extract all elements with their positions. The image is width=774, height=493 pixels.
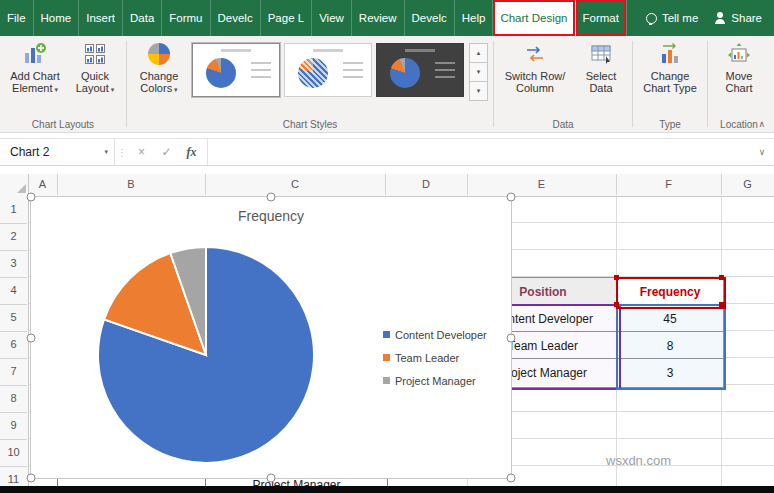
tab-home[interactable]: Home bbox=[34, 0, 80, 36]
legend-item[interactable]: Team Leader bbox=[383, 346, 487, 369]
formula-bar-expand-icon[interactable]: ∨ bbox=[750, 139, 774, 165]
column-header-b[interactable]: B bbox=[57, 174, 206, 195]
bottom-black-bar bbox=[0, 486, 774, 493]
formula-input[interactable] bbox=[207, 139, 750, 165]
cell-frequency-row-3[interactable]: 3 bbox=[616, 358, 724, 388]
column-headers: ABCDEFG bbox=[0, 174, 774, 197]
row-header-6[interactable]: 6 bbox=[0, 331, 27, 359]
group-label-type: Type bbox=[636, 117, 704, 132]
switch-row-column-button[interactable]: Switch Row/ Column bbox=[497, 38, 573, 94]
watermark: wsxdn.com bbox=[606, 453, 671, 468]
selection-handle[interactable] bbox=[719, 275, 724, 280]
cancel-button[interactable]: × bbox=[129, 139, 154, 165]
chart-resize-handle[interactable] bbox=[27, 193, 36, 202]
tab-page-l[interactable]: Page L bbox=[261, 0, 312, 36]
row-header-7[interactable]: 7 bbox=[0, 358, 27, 386]
row-header-4[interactable]: 4 bbox=[0, 277, 27, 305]
legend-label: Team Leader bbox=[395, 352, 459, 364]
pie-chart[interactable] bbox=[94, 243, 318, 467]
change-chart-type-icon bbox=[658, 41, 682, 67]
cell-frequency-row-1[interactable]: 45 bbox=[616, 304, 724, 334]
name-box[interactable]: Chart 2 ▾ bbox=[0, 139, 115, 165]
legend-item[interactable]: Content Developer bbox=[383, 323, 487, 346]
chart-resize-handle[interactable] bbox=[27, 474, 36, 483]
legend-item[interactable]: Project Manager bbox=[383, 369, 487, 392]
add-chart-element-button[interactable]: Add Chart Element bbox=[3, 38, 67, 96]
tab-help[interactable]: Help bbox=[455, 0, 494, 36]
selection-handle[interactable] bbox=[614, 302, 619, 307]
row-header-3[interactable]: 3 bbox=[0, 250, 27, 278]
tab-data[interactable]: Data bbox=[123, 0, 162, 36]
row-header-10[interactable]: 10 bbox=[0, 439, 27, 467]
share-label: Share bbox=[731, 12, 762, 24]
chart-resize-handle[interactable] bbox=[507, 333, 516, 342]
quick-layout-button[interactable]: Quick Layout bbox=[67, 38, 123, 96]
chart-legend[interactable]: Content DeveloperTeam LeaderProject Mana… bbox=[383, 323, 487, 392]
change-colors-label: Change Colors bbox=[130, 70, 188, 96]
chart-resize-handle[interactable] bbox=[267, 474, 276, 483]
column-header-f[interactable]: F bbox=[616, 174, 722, 195]
title-bar: FileHomeInsertDataFormuDevelcPage LViewR… bbox=[0, 0, 774, 36]
column-header-c[interactable]: C bbox=[205, 174, 386, 195]
thumb-legend-lines bbox=[343, 62, 363, 78]
row-header-2[interactable]: 2 bbox=[0, 223, 27, 251]
chart-resize-handle[interactable] bbox=[507, 474, 516, 483]
tab-insert[interactable]: Insert bbox=[79, 0, 123, 36]
column-header-g[interactable]: G bbox=[721, 174, 774, 195]
tell-me-button[interactable]: Tell me bbox=[646, 12, 698, 24]
column-header-d[interactable]: D bbox=[385, 174, 468, 195]
chart-title[interactable]: Frequency bbox=[31, 208, 511, 224]
tab-view[interactable]: View bbox=[312, 0, 352, 36]
chart-resize-handle[interactable] bbox=[267, 193, 276, 202]
tab-formu[interactable]: Formu bbox=[162, 0, 210, 36]
row-header-5[interactable]: 5 bbox=[0, 304, 27, 332]
move-chart-icon bbox=[727, 41, 751, 67]
tab-develc[interactable]: Develc bbox=[211, 0, 261, 36]
chart-object[interactable]: Frequency Content DeveloperTeam LeaderPr… bbox=[30, 196, 512, 479]
gallery-more-button[interactable]: ▾ bbox=[469, 81, 488, 101]
change-colors-button[interactable]: Change Colors bbox=[130, 38, 188, 96]
ribbon: Add Chart Element bbox=[0, 36, 774, 133]
group-chart-layouts: Add Chart Element bbox=[0, 36, 126, 132]
tab-develc[interactable]: Develc bbox=[405, 0, 455, 36]
move-chart-label: Move Chart bbox=[711, 70, 767, 94]
row-header-9[interactable]: 9 bbox=[0, 412, 27, 440]
formula-bar: Chart 2 ▾ ⋮ × ✓ fx ∨ bbox=[0, 138, 774, 166]
chart-style-3[interactable] bbox=[376, 43, 464, 97]
quick-layout-icon bbox=[83, 41, 107, 67]
gallery-down-button[interactable]: ▾ bbox=[469, 62, 488, 82]
selection-handle[interactable] bbox=[719, 302, 724, 307]
insert-function-button[interactable]: fx bbox=[179, 139, 204, 165]
chart-resize-handle[interactable] bbox=[27, 333, 36, 342]
select-all-corner[interactable] bbox=[0, 174, 29, 195]
group-chart-styles: Change Colors bbox=[127, 36, 493, 132]
thumb-pie-icon bbox=[206, 58, 236, 88]
row-header-8[interactable]: 8 bbox=[0, 385, 27, 413]
select-data-label: Select Data bbox=[573, 70, 629, 94]
tab-file[interactable]: File bbox=[0, 0, 34, 36]
switch-row-column-label: Switch Row/ Column bbox=[497, 70, 573, 94]
tab-chart-design[interactable]: Chart Design bbox=[493, 0, 575, 36]
gallery-up-button[interactable]: ▴ bbox=[469, 43, 488, 63]
collapse-ribbon-button[interactable]: ∧ bbox=[758, 119, 765, 129]
thumb-title-bar bbox=[313, 49, 343, 52]
gallery-scroll: ▴ ▾ ▾ bbox=[469, 43, 488, 100]
thumb-legend-lines bbox=[251, 62, 271, 78]
move-chart-button[interactable]: Move Chart bbox=[711, 38, 767, 94]
legend-swatch bbox=[383, 354, 390, 361]
select-data-button[interactable]: Select Data bbox=[573, 38, 629, 94]
selection-handle[interactable] bbox=[614, 275, 619, 280]
column-header-e[interactable]: E bbox=[467, 174, 617, 195]
cell-frequency-header[interactable]: Frequency bbox=[616, 277, 724, 307]
cell-frequency-row-2[interactable]: 8 bbox=[616, 331, 724, 361]
share-button[interactable]: Share bbox=[714, 12, 762, 24]
enter-button[interactable]: ✓ bbox=[154, 139, 179, 165]
tab-format[interactable]: Format bbox=[576, 0, 627, 36]
chart-style-2[interactable] bbox=[284, 43, 372, 97]
chart-style-1[interactable] bbox=[192, 43, 280, 97]
row-header-1[interactable]: 1 bbox=[0, 196, 27, 224]
chart-resize-handle[interactable] bbox=[507, 193, 516, 202]
tab-review[interactable]: Review bbox=[352, 0, 405, 36]
group-label-chart-styles: Chart Styles bbox=[130, 117, 490, 132]
change-chart-type-button[interactable]: Change Chart Type bbox=[636, 38, 704, 94]
